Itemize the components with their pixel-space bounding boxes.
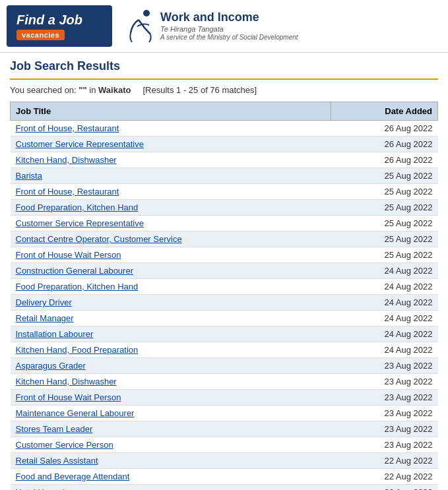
table-row: Barista25 Aug 2022 <box>11 168 438 184</box>
job-title-link[interactable]: Kitchen Hand, Dishwasher <box>16 377 117 386</box>
col-job-title: Job Title <box>11 102 331 121</box>
search-info: You searched on: "" in Waikato [Results … <box>10 85 438 95</box>
job-title-cell: Kitchen Hand, Food Preparation <box>11 342 331 358</box>
job-title-link[interactable]: Construction General Labourer <box>16 266 134 276</box>
table-row: Kitchen Hand, Food Preparation24 Aug 202… <box>11 342 438 358</box>
job-date-cell: 23 Aug 2022 <box>331 437 438 453</box>
table-row: Kitchen Hand, Dishwasher23 Aug 2022 <box>11 374 438 390</box>
job-title-cell: Stores Team Leader <box>11 421 331 437</box>
table-row: Hotel Housekeeper22 Aug 2022 <box>11 485 438 491</box>
job-title-link[interactable]: Delivery Driver <box>16 297 72 307</box>
job-title-cell: Customer Service Person <box>11 437 331 453</box>
job-title-link[interactable]: Food Preparation, Kitchen Hand <box>16 202 139 212</box>
job-date-cell: 24 Aug 2022 <box>331 295 438 311</box>
job-date-cell: 23 Aug 2022 <box>331 374 438 390</box>
job-date-cell: 25 Aug 2022 <box>331 231 438 247</box>
job-date-cell: 22 Aug 2022 <box>331 453 438 469</box>
job-date-cell: 23 Aug 2022 <box>331 406 438 421</box>
job-title-link[interactable]: Asparagus Grader <box>16 361 86 371</box>
job-date-cell: 23 Aug 2022 <box>331 358 438 374</box>
job-date-cell: 22 Aug 2022 <box>331 485 438 491</box>
job-title-link[interactable]: Maintenance General Labourer <box>16 408 135 418</box>
job-date-cell: 25 Aug 2022 <box>331 168 438 184</box>
wi-tagline: A service of the Ministry of Social Deve… <box>160 34 298 41</box>
job-title-link[interactable]: Stores Team Leader <box>16 424 93 434</box>
table-row: Customer Service Representative25 Aug 20… <box>11 216 438 231</box>
vacancies-badge: vacancies <box>16 30 65 40</box>
table-row: Customer Service Representative26 Aug 20… <box>11 137 438 152</box>
search-term: "" <box>79 85 86 95</box>
table-row: Customer Service Person23 Aug 2022 <box>11 437 438 453</box>
col-date-added: Date Added <box>331 102 438 121</box>
job-title-link[interactable]: Barista <box>16 171 42 181</box>
job-title-link[interactable]: Front of House Wait Person <box>16 392 121 402</box>
wi-subtitle: Te Hiranga Tangata <box>160 24 298 34</box>
title-divider <box>10 78 438 80</box>
job-date-cell: 26 Aug 2022 <box>331 152 438 168</box>
job-title-link[interactable]: Kitchen Hand, Dishwasher <box>16 155 117 165</box>
job-title-cell: Construction General Labourer <box>11 263 331 279</box>
job-date-cell: 24 Aug 2022 <box>331 326 438 342</box>
job-title-cell: Food Preparation, Kitchen Hand <box>11 200 331 216</box>
job-title-cell: Front of House, Restaurant <box>11 121 331 137</box>
job-date-cell: 25 Aug 2022 <box>331 184 438 200</box>
job-title-link[interactable]: Kitchen Hand, Food Preparation <box>16 345 139 355</box>
search-in: in <box>89 85 96 95</box>
job-title-link[interactable]: Customer Service Representative <box>16 139 144 149</box>
job-title-cell: Barista <box>11 168 331 184</box>
results-table: Job Title Date Added Front of House, Res… <box>10 102 438 490</box>
table-row: Stores Team Leader23 Aug 2022 <box>11 421 438 437</box>
job-title-link[interactable]: Retail Sales Assistant <box>16 456 98 466</box>
table-row: Kitchen Hand, Dishwasher26 Aug 2022 <box>11 152 438 168</box>
job-title-link[interactable]: Food Preparation, Kitchen Hand <box>16 282 139 291</box>
table-row: Front of House, Restaurant25 Aug 2022 <box>11 184 438 200</box>
job-title-cell: Asparagus Grader <box>11 358 331 374</box>
job-title-link[interactable]: Front of House, Restaurant <box>16 187 119 197</box>
table-row: Asparagus Grader23 Aug 2022 <box>11 358 438 374</box>
table-row: Installation Labourer24 Aug 2022 <box>11 326 438 342</box>
job-title-link[interactable]: Customer Service Representative <box>16 218 144 228</box>
job-title-link[interactable]: Customer Service Person <box>16 440 113 450</box>
search-label: You searched on: <box>10 85 77 95</box>
table-row: Front of House, Restaurant26 Aug 2022 <box>11 121 438 137</box>
table-row: Retail Manager24 Aug 2022 <box>11 311 438 326</box>
job-title-cell: Hotel Housekeeper <box>11 485 331 491</box>
job-title-cell: Contact Centre Operator, Customer Servic… <box>11 231 331 247</box>
job-title-link[interactable]: Contact Centre Operator, Customer Servic… <box>16 234 182 244</box>
table-row: Front of House Wait Person23 Aug 2022 <box>11 390 438 406</box>
job-title-link[interactable]: Installation Labourer <box>16 329 94 339</box>
job-date-cell: 25 Aug 2022 <box>331 216 438 231</box>
page-header: Find a Job vacancies Work and Income Te … <box>0 0 448 53</box>
table-row: Food and Beverage Attendant22 Aug 2022 <box>11 469 438 485</box>
wi-title: Work and Income <box>160 11 298 24</box>
job-title-link[interactable]: Front of House Wait Person <box>16 250 121 260</box>
job-title-cell: Retail Manager <box>11 311 331 326</box>
table-row: Contact Centre Operator, Customer Servic… <box>11 231 438 247</box>
job-title-cell: Customer Service Representative <box>11 137 331 152</box>
table-row: Food Preparation, Kitchen Hand24 Aug 202… <box>11 279 438 295</box>
job-title-link[interactable]: Hotel Housekeeper <box>16 487 89 490</box>
wi-text-block: Work and Income Te Hiranga Tangata A ser… <box>160 11 298 41</box>
find-a-job-logo: Find a Job vacancies <box>7 5 112 47</box>
work-and-income-logo: Work and Income Te Hiranga Tangata A ser… <box>125 8 298 44</box>
job-title-cell: Retail Sales Assistant <box>11 453 331 469</box>
job-date-cell: 23 Aug 2022 <box>331 390 438 406</box>
job-title-cell: Food Preparation, Kitchen Hand <box>11 279 331 295</box>
svg-point-0 <box>143 10 150 16</box>
find-a-job-title: Find a Job <box>16 12 82 28</box>
job-title-link[interactable]: Food and Beverage Attendant <box>16 472 130 481</box>
job-date-cell: 26 Aug 2022 <box>331 121 438 137</box>
results-count: [Results 1 - 25 of 76 matches] <box>143 85 257 95</box>
job-title-cell: Front of House, Restaurant <box>11 184 331 200</box>
job-title-cell: Front of House Wait Person <box>11 247 331 263</box>
job-title-link[interactable]: Front of House, Restaurant <box>16 123 119 133</box>
wi-figure-icon <box>125 8 155 44</box>
search-location: Waikato <box>98 85 131 95</box>
job-title-link[interactable]: Retail Manager <box>16 313 74 323</box>
job-date-cell: 24 Aug 2022 <box>331 342 438 358</box>
table-row: Construction General Labourer24 Aug 2022 <box>11 263 438 279</box>
job-title-cell: Kitchen Hand, Dishwasher <box>11 374 331 390</box>
job-date-cell: 23 Aug 2022 <box>331 421 438 437</box>
table-row: Food Preparation, Kitchen Hand25 Aug 202… <box>11 200 438 216</box>
table-header-row: Job Title Date Added <box>11 102 438 121</box>
